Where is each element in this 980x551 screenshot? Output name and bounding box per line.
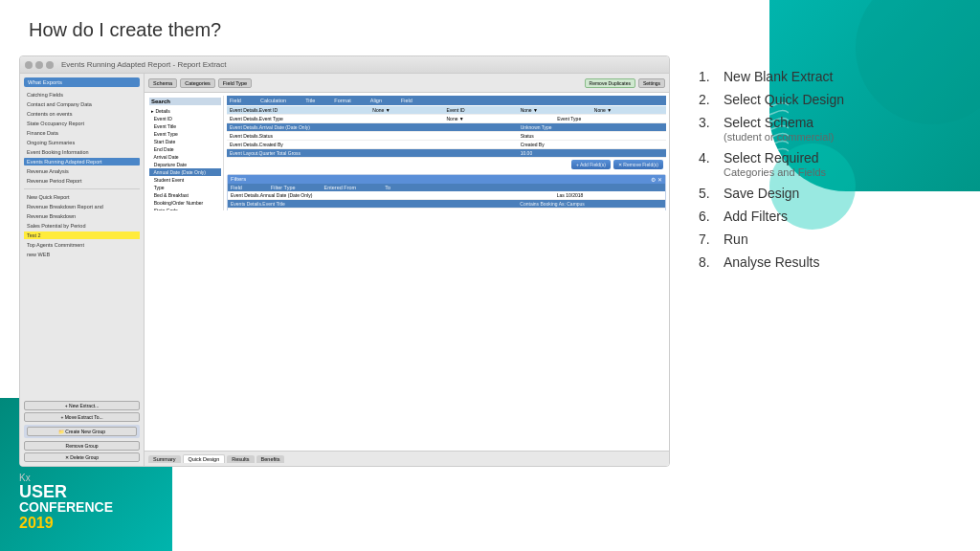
row-calc-2: None ▼ [447, 116, 553, 121]
step-6: 6. Add Filters [699, 205, 956, 228]
schema-btn[interactable]: Schema [148, 78, 177, 88]
step-1: 1. New Blank Extract [699, 65, 956, 88]
ss-sidebar-group-extract: 📁 Create New Group [24, 425, 140, 438]
minimize-icon [25, 61, 33, 69]
tree-end-date[interactable]: End Date [149, 145, 221, 153]
ss-sidebar-section [24, 188, 140, 191]
move-extract-btn[interactable]: + Move Extract To... [24, 412, 140, 422]
close-icon [46, 61, 54, 69]
ss-filters-panel: Filters ⚙ ✕ Field Filter Type Entered Fr… [227, 174, 666, 210]
add-fields-btn[interactable]: + Add Field(s) [571, 160, 611, 169]
step-8: 8. Analyse Results [699, 251, 956, 274]
ss-bottom-tabs: Summary Quick Design Results Benefits [145, 451, 669, 466]
tab-results[interactable]: Results [227, 455, 254, 463]
ss-fields-header: Field Calculation Title Format Align Fie… [227, 96, 666, 105]
tree-type[interactable]: Type [149, 184, 221, 191]
tab-benefits[interactable]: Benefits [256, 455, 285, 463]
step-2: 2. Select Quick Design [699, 88, 956, 111]
remove-field-btn[interactable]: ✕ Remove Field(s) [613, 160, 663, 169]
ss-sidebar-rev-bd[interactable]: Revenue Breakdown [24, 212, 140, 220]
tree-state-code[interactable]: State Code [149, 207, 221, 210]
filter-col-from: Entered From [324, 185, 357, 190]
titlebar-controls [25, 61, 54, 69]
tree-start-date[interactable]: Start Date [149, 138, 221, 145]
categories-btn[interactable]: Categories [180, 78, 215, 88]
ss-row-event-id[interactable]: Event Details.Event ID None ▼ Event ID N… [227, 106, 666, 115]
ss-row-quarter[interactable]: Event Layout.Quarter Total Gross 10.00 [227, 149, 666, 158]
ss-sidebar-new-quick[interactable]: New Quick Report [24, 193, 140, 201]
ss-sidebar-header: What Exports [24, 77, 140, 87]
col-calc: Calculation [260, 98, 286, 103]
ss-row-created-by[interactable]: Event Details.Created By Created By [227, 141, 666, 149]
window-title: Events Running Adapted Report - Report E… [61, 60, 227, 69]
ss-sidebar: What Exports Catching Fields Contact and… [20, 74, 145, 466]
ss-filter-buttons: + Add Filter(s) ✕ Remove Filter(s) [228, 209, 665, 210]
filter-col-to: To [385, 185, 390, 190]
row-field-5: Event Details.Created By [230, 142, 516, 147]
tree-booking-num[interactable]: Booking/Order Number [149, 199, 221, 207]
new-extract-btn[interactable]: + New Extract... [24, 401, 140, 410]
row-field-4: Event Details.Status [230, 133, 516, 139]
logo-conference: CONFERENCE [19, 500, 113, 514]
tree-arrival-date[interactable]: Arrival Date [149, 153, 221, 161]
ss-sidebar-contact[interactable]: Contact and Company Data [24, 100, 140, 108]
ss-sidebar-test2[interactable]: Test 2 [24, 231, 140, 239]
tab-summary[interactable]: Summary [148, 455, 181, 463]
ss-sidebar-state[interactable]: State Occupancy Report [24, 120, 140, 127]
ss-toolbar: Schema Categories Field Type Remove Dupl… [145, 74, 669, 93]
ss-row-arrival-date[interactable]: Event Details.Arrival Date (Date Only) U… [227, 123, 666, 132]
ss-sidebar-revenue-breakdown[interactable]: Revenue Breakdown Report and [24, 203, 140, 210]
tree-departure-date[interactable]: Departure Date [149, 161, 221, 168]
row-field-6: Event Layout.Quarter Total Gross [230, 150, 516, 156]
row-align-1: None ▼ [594, 107, 663, 113]
step-4: 4. Select Required Categories and Fields [699, 146, 956, 182]
step-3: 3. Select Schema (student or commercial) [699, 111, 956, 146]
ss-sidebar-revenue-analysis[interactable]: Revenue Analysis [24, 167, 140, 175]
settings-btn[interactable]: Settings [638, 78, 665, 88]
content-area: Events Running Adapted Report - Report E… [0, 51, 980, 551]
screenshot-mockup: Events Running Adapted Report - Report E… [19, 55, 670, 467]
ss-row-event-type[interactable]: Event Details.Event Type None ▼ Event Ty… [227, 115, 666, 123]
ss-sidebar-revenue-period[interactable]: Revenue Period Report [24, 177, 140, 185]
ss-main-area: Schema Categories Field Type Remove Dupl… [145, 74, 669, 466]
ss-sidebar-finance[interactable]: Finance Data [24, 129, 140, 137]
tree-annual-date[interactable]: Annual Date (Date Only) [149, 168, 221, 176]
tab-quick-design[interactable]: Quick Design [183, 454, 226, 463]
tree-student-event[interactable]: Student Event [149, 176, 221, 184]
filter-type-2: Contains Booking As: Campus [520, 201, 662, 207]
filter-col-field: Field [231, 185, 242, 190]
ss-filters-header: Filters ⚙ ✕ [228, 175, 665, 184]
ss-sidebar-catching-fields[interactable]: Catching Fields [24, 91, 140, 99]
field-type-btn[interactable]: Field Type [218, 78, 252, 88]
col-field2: Field [401, 98, 412, 103]
filter-row-1[interactable]: Event Details.Annual Date (Date Only) La… [228, 191, 665, 200]
ss-sidebar-sales[interactable]: Sales Potential by Period [24, 222, 140, 230]
screenshot-titlebar: Events Running Adapted Report - Report E… [20, 56, 669, 74]
row-field-3: Event Details.Arrival Date (Date Only) [230, 124, 516, 130]
tree-bb[interactable]: Bed & Breakfast [149, 191, 221, 199]
ss-sidebar-top-agents[interactable]: Top Agents Commitment [24, 241, 140, 249]
tree-event-id[interactable]: Event ID [149, 115, 221, 122]
ss-content: Search ▸ Details Event ID Event Title Ev… [145, 93, 669, 451]
delete-group-btn[interactable]: ✕ Delete Group [24, 452, 140, 462]
filter-col-type: Filter Type [271, 185, 296, 190]
row-title-2: Event Type [557, 116, 663, 121]
col-format: Format [334, 98, 350, 103]
row-fmt-1: None ▼ [521, 107, 590, 113]
ss-sidebar-events-running[interactable]: Events Running Adapted Report [24, 158, 140, 165]
tree-event-type[interactable]: Event Type [149, 130, 221, 138]
ss-sidebar-event-booking[interactable]: Event Booking Information [24, 148, 140, 156]
remove-btn[interactable]: Remove Duplicates [585, 78, 635, 88]
create-group-btn[interactable]: 📁 Create New Group [27, 427, 137, 436]
ss-sidebar-ongoing[interactable]: Ongoing Summaries [24, 139, 140, 146]
filter-from-1: Las 10/2018 [557, 192, 662, 198]
remove-group-btn[interactable]: Remove Group [24, 441, 140, 451]
filter-row-2[interactable]: Events Details.Event Title Contains Book… [228, 200, 665, 209]
tree-details[interactable]: ▸ Details [149, 107, 221, 115]
tree-event-title[interactable]: Event Title [149, 122, 221, 130]
ss-right-table: Field Calculation Title Format Align Fie… [227, 96, 666, 210]
steps-panel: 1. New Blank Extract 2. Select Quick Des… [689, 55, 961, 541]
ss-row-status[interactable]: Event Details.Status Status [227, 132, 666, 141]
ss-sidebar-contents[interactable]: Contents on events [24, 110, 140, 118]
ss-sidebar-new-web[interactable]: new WEB [24, 251, 140, 258]
